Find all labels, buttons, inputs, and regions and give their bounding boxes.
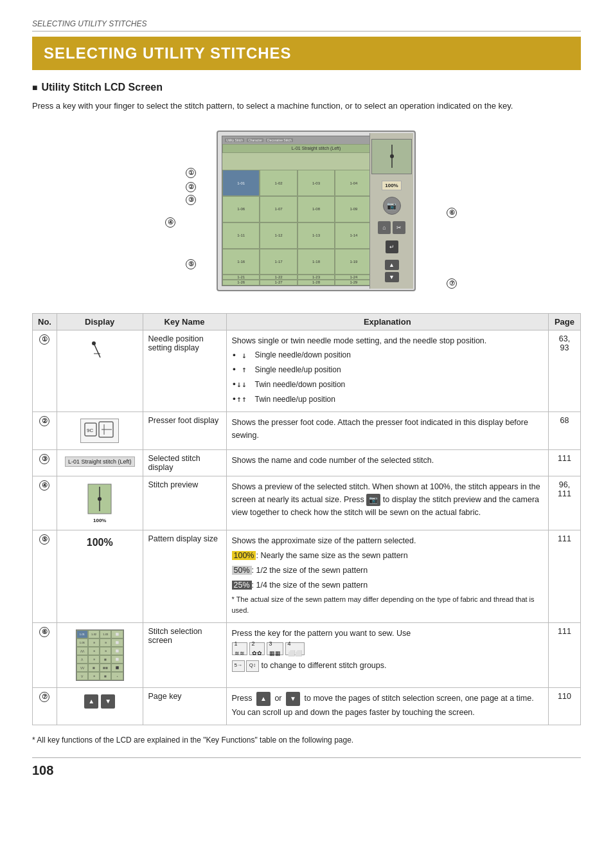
row-keyname-1: Needle position setting display (143, 330, 226, 411)
subsection-title: Utility Stitch LCD Screen (32, 82, 581, 93)
row-num-5: ⑤ (33, 530, 57, 622)
mini-lcd-cell: ⬜ (111, 647, 123, 655)
mini-lcd-cell: ≋ (100, 647, 111, 655)
row-keyname-3: Selected stitch display (143, 449, 226, 476)
col-header-page: Page (549, 313, 581, 330)
lcd-cell: 1-11 (222, 222, 260, 249)
lcd-page-up-btn[interactable]: ▲ (385, 260, 399, 270)
row-explanation-2: Shows the presser foot code. Attach the … (226, 411, 549, 449)
lcd-cell: 1-13 (298, 222, 335, 249)
preview-100-label: 100% (93, 518, 106, 523)
row-page-7: 110 (549, 687, 581, 725)
mini-lcd-cell: 1-03 (100, 630, 111, 638)
callout-7: ⑦ (447, 278, 457, 289)
lcd-cell: 1-12 (260, 222, 297, 249)
exp-25pct: 25%: 1/4 the size of the sewn pattern (232, 579, 544, 592)
table-row: ② 9C Presser foot display (33, 411, 581, 449)
row-page-2: 68 (549, 411, 581, 449)
svg-point-1 (390, 154, 394, 158)
row-num-2: ② (33, 411, 57, 449)
exp-main-2: Shows the presser foot code. Attach the … (232, 416, 544, 442)
lcd-diagram-container: ① ② ③ ④ ⑤ ⑥ ⑦ Utility Stitch Character D… (32, 124, 581, 298)
exp-main-7: Press ▲ or ▼ to move the pages of stitch… (232, 692, 544, 719)
stitch-preview-symbol: 100% (87, 483, 112, 523)
needle-variant-item: • ↓ Single needle/down position (232, 349, 544, 363)
stitch-preview-display-icon: 100% (62, 480, 138, 526)
needle-variant-item: •↑↑ Twin needle/up position (232, 393, 544, 406)
stitch-label-symbol: L-01 Straight stitch (Left) (65, 457, 135, 467)
svg-line-3 (94, 343, 100, 357)
exp-100pct: 100%: Nearly the same size as the sewn p… (232, 549, 544, 562)
lcd-cell: 1-01 (222, 170, 260, 196)
lcd-cell: 1-23 (298, 275, 335, 280)
row-num-3: ③ (33, 449, 57, 476)
sg-icon-1: 1≋≋ (232, 642, 247, 655)
mini-lcd-cell: ≋ (100, 638, 111, 647)
sg-icon-3: 3▦▦ (267, 642, 283, 655)
row-keyname-6: Stitch selection screen (143, 622, 226, 687)
stitch-preview-inline-svg (87, 483, 112, 515)
mini-lcd-cell: ⋀⋀ (76, 647, 88, 655)
col-header-explanation: Explanation (226, 313, 549, 330)
svg-point-12 (98, 497, 102, 501)
row-display-7: ▲ ▼ (57, 687, 143, 725)
needle-symbol (89, 337, 111, 361)
mini-lcd-cell: 1-01 (76, 630, 88, 638)
lcd-cell: 1-03 (298, 170, 335, 196)
row-explanation-1: Shows single or twin needle mode setting… (226, 330, 549, 411)
stitch-label-display-icon: L-01 Straight stitch (Left) (62, 454, 138, 469)
pct-25-badge: 25% (232, 581, 252, 590)
table-row: ① Needle position setting display Shows … (33, 330, 581, 411)
explanation-text-3: Shows the name and code number of the se… (232, 454, 544, 467)
lcd-cell: 1-14 (335, 222, 372, 249)
lcd-cell: 1-02 (260, 170, 297, 196)
lcd-cell: 1-29 (335, 280, 372, 285)
row-explanation-4: Shows a preview of the selected stitch. … (226, 476, 549, 530)
lcd-cell: 1-07 (260, 196, 297, 222)
lcd-camera-btn[interactable]: 📷 (383, 197, 401, 215)
presser-display-icon: 9C (62, 416, 138, 446)
callout-5: ⑤ (186, 259, 196, 269)
callout-3: ③ (186, 195, 196, 205)
mini-lcd-cell: ⋀ (76, 655, 88, 664)
table-row: ⑥ 1-01 1-02 1-03 ⬜ 1-06 ≋ ≋ ⬜ ⋀⋀ ≋ ≋ (33, 622, 581, 687)
mini-lcd-cell: 1-02 (88, 630, 100, 638)
lcd-home-btn[interactable]: ⌂ (378, 221, 391, 234)
row-display-2: 9C (57, 411, 143, 449)
mini-lcd-cell: ⬜ (111, 630, 123, 638)
lcd-fn-btn[interactable]: ✂ (393, 221, 405, 234)
row-display-1 (57, 330, 143, 411)
camera-icon-inline: 📷 (366, 494, 380, 507)
lcd-page-down-btn[interactable]: ▼ (385, 272, 399, 282)
lcd-cell: 1-28 (298, 280, 335, 285)
row-explanation-7: Press ▲ or ▼ to move the pages of stitch… (226, 687, 549, 725)
presser-svg: 9C (84, 420, 116, 440)
explanation-text-7: Press ▲ or ▼ to move the pages of stitch… (232, 692, 544, 719)
lcd-stitch-preview (371, 139, 412, 174)
exp-50pct: 50%: 1/2 the size of the sewn pattern (232, 564, 544, 577)
lcd-enter-btn[interactable]: ↵ (386, 240, 398, 253)
lcd-cell: 1-19 (335, 249, 372, 275)
section-header: SELECTING UTILITY STITCHES (32, 37, 581, 70)
lcd-cell: 1-17 (260, 249, 297, 275)
exp-main-1: Shows single or twin needle mode setting… (232, 334, 544, 347)
page-up-arrow-display: ▲ (84, 694, 98, 709)
mini-lcd-cell: + (111, 672, 123, 680)
exp-main-4: Shows a preview of the selected stitch. … (232, 480, 544, 520)
row-page-4: 96, 111 (549, 476, 581, 530)
row-page-3: 111 (549, 449, 581, 476)
page-down-arrow-display: ▼ (101, 694, 115, 709)
pct-50-badge: 50% (232, 566, 252, 575)
top-label: SELECTING UTILITY STITCHES (32, 19, 581, 32)
callout-4: ④ (165, 217, 175, 228)
mini-lcd-cell: ≋ (88, 655, 100, 664)
change-group-icons: 5→ Q↕ (232, 660, 259, 672)
needle-variants-list: • ↓ Single needle/down position • ↑ Sing… (232, 349, 544, 406)
row-page-1: 63, 93 (549, 330, 581, 411)
lcd-cell: 1-18 (298, 249, 335, 275)
mini-lcd-cell: ▦ (100, 672, 111, 680)
mini-lcd-cell: ⬜ (111, 655, 123, 664)
callout-1: ① (186, 168, 196, 178)
mini-lcd-cell: ⬛ (111, 664, 123, 672)
row-num-4: ④ (33, 476, 57, 530)
